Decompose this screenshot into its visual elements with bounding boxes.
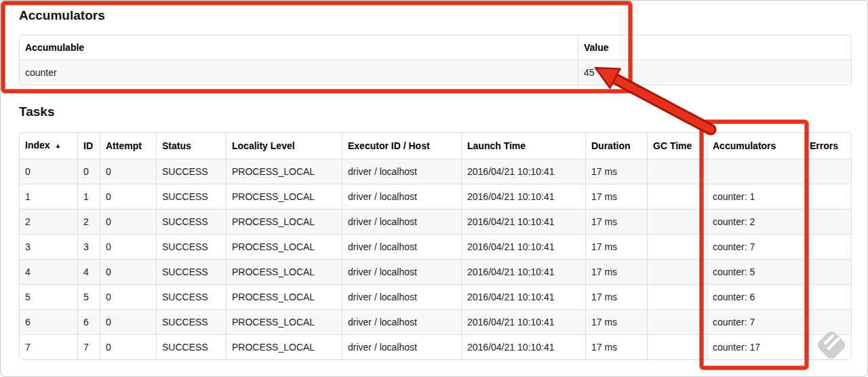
table-row: 110SUCCESSPROCESS_LOCALdriver / localhos…	[20, 184, 851, 209]
table-row: 660SUCCESSPROCESS_LOCALdriver / localhos…	[20, 309, 851, 334]
col-header-accumulators[interactable]: Accumulators	[707, 133, 804, 159]
cell-id: 4	[77, 259, 100, 284]
sort-ascending-icon: ▲	[55, 142, 62, 149]
col-header-label: Attempt	[106, 140, 142, 151]
cell-value: 45	[578, 60, 851, 85]
table-row: 330SUCCESSPROCESS_LOCALdriver / localhos…	[20, 234, 851, 259]
col-header-id[interactable]: ID	[77, 133, 100, 159]
col-header-errors[interactable]: Errors	[804, 133, 851, 159]
cell-errors	[804, 284, 851, 309]
cell-status: SUCCESS	[156, 184, 226, 209]
cell-launch-time: 2016/04/21 10:10:41	[461, 284, 585, 309]
cell-index: 2	[20, 209, 77, 234]
cell-attempt: 0	[100, 209, 156, 234]
cell-locality-level: PROCESS_LOCAL	[226, 284, 342, 309]
cell-errors	[804, 184, 851, 209]
tasks-table: Index▲IDAttemptStatusLocality LevelExecu…	[19, 132, 852, 360]
cell-launch-time: 2016/04/21 10:10:41	[461, 159, 585, 184]
accumulators-table: AccumulableValuecounter45	[19, 35, 852, 85]
cell-accumulators: counter: 2	[707, 209, 804, 234]
cell-index: 0	[20, 159, 77, 184]
col-header-label: ID	[83, 140, 93, 151]
cell-executor-id-host: driver / localhost	[342, 234, 461, 259]
col-header-label: Index	[25, 140, 50, 151]
cell-errors	[804, 309, 851, 334]
table-row: 770SUCCESSPROCESS_LOCALdriver / localhos…	[20, 334, 851, 359]
cell-attempt: 0	[100, 259, 156, 284]
cell-duration: 17 ms	[585, 284, 647, 309]
col-header-label: Errors	[810, 140, 838, 151]
cell-accumulators: counter: 6	[707, 284, 804, 309]
col-header-label: Launch Time	[467, 140, 526, 151]
cell-executor-id-host: driver / localhost	[342, 209, 461, 234]
table-header-row: AccumulableValue	[20, 35, 851, 60]
cell-status: SUCCESS	[156, 309, 226, 334]
tasks-section-title: Tasks	[19, 104, 850, 119]
cell-index: 7	[20, 334, 77, 359]
col-header-label: Value	[584, 42, 609, 53]
cell-id: 2	[77, 209, 100, 234]
cell-executor-id-host: driver / localhost	[342, 284, 461, 309]
col-header-label: GC Time	[653, 140, 692, 151]
cell-errors	[804, 234, 851, 259]
cell-gc-time	[647, 309, 707, 334]
cell-launch-time: 2016/04/21 10:10:41	[461, 234, 585, 259]
col-header-label: Accumulators	[713, 140, 776, 151]
cell-accumulators: counter: 1	[707, 184, 804, 209]
cell-status: SUCCESS	[156, 284, 226, 309]
cell-index: 1	[20, 184, 77, 209]
cell-duration: 17 ms	[585, 259, 647, 284]
cell-launch-time: 2016/04/21 10:10:41	[461, 209, 585, 234]
table-row: counter45	[20, 60, 851, 85]
cell-gc-time	[647, 284, 707, 309]
cell-id: 1	[77, 184, 100, 209]
cell-errors	[804, 159, 851, 184]
cell-launch-time: 2016/04/21 10:10:41	[461, 259, 585, 284]
cell-attempt: 0	[100, 284, 156, 309]
cell-duration: 17 ms	[585, 209, 647, 234]
col-header-label: Locality Level	[232, 140, 295, 151]
cell-executor-id-host: driver / localhost	[342, 184, 461, 209]
cell-errors	[804, 334, 851, 359]
cell-executor-id-host: driver / localhost	[342, 159, 461, 184]
col-header-label: Accumulable	[25, 42, 84, 53]
cell-launch-time: 2016/04/21 10:10:41	[461, 184, 585, 209]
table-row: 000SUCCESSPROCESS_LOCALdriver / localhos…	[20, 159, 851, 184]
cell-locality-level: PROCESS_LOCAL	[226, 259, 342, 284]
cell-accumulators: counter: 7	[707, 309, 804, 334]
col-header-locality-level[interactable]: Locality Level	[226, 133, 342, 159]
spark-ui-page: Accumulators AccumulableValuecounter45 T…	[0, 0, 868, 377]
cell-status: SUCCESS	[156, 259, 226, 284]
table-row: 440SUCCESSPROCESS_LOCALdriver / localhos…	[20, 259, 851, 284]
col-header-duration[interactable]: Duration	[585, 133, 647, 159]
col-header-attempt[interactable]: Attempt	[100, 133, 156, 159]
cell-gc-time	[647, 334, 707, 359]
cell-accumulators: counter: 7	[707, 234, 804, 259]
col-header-value[interactable]: Value	[578, 35, 851, 60]
cell-gc-time	[647, 159, 707, 184]
col-header-index[interactable]: Index▲	[20, 133, 77, 159]
col-header-executor-id-host[interactable]: Executor ID / Host	[342, 133, 461, 159]
cell-locality-level: PROCESS_LOCAL	[226, 309, 342, 334]
cell-errors	[804, 209, 851, 234]
cell-attempt: 0	[100, 334, 156, 359]
col-header-launch-time[interactable]: Launch Time	[461, 133, 585, 159]
cell-accumulators: counter: 5	[707, 259, 804, 284]
cell-status: SUCCESS	[156, 234, 226, 259]
cell-locality-level: PROCESS_LOCAL	[226, 334, 342, 359]
cell-index: 6	[20, 309, 77, 334]
cell-id: 0	[77, 159, 100, 184]
cell-id: 5	[77, 284, 100, 309]
cell-index: 4	[20, 259, 77, 284]
cell-gc-time	[647, 184, 707, 209]
cell-status: SUCCESS	[156, 209, 226, 234]
cell-id: 3	[77, 234, 100, 259]
stage-page-content: Accumulators AccumulableValuecounter45 T…	[19, 1, 850, 360]
col-header-status[interactable]: Status	[156, 133, 226, 159]
col-header-gc-time[interactable]: GC Time	[647, 133, 707, 159]
col-header-accumulable[interactable]: Accumulable	[20, 35, 578, 60]
cell-locality-level: PROCESS_LOCAL	[226, 159, 342, 184]
cell-gc-time	[647, 209, 707, 234]
cell-id: 7	[77, 334, 100, 359]
cell-executor-id-host: driver / localhost	[342, 334, 461, 359]
